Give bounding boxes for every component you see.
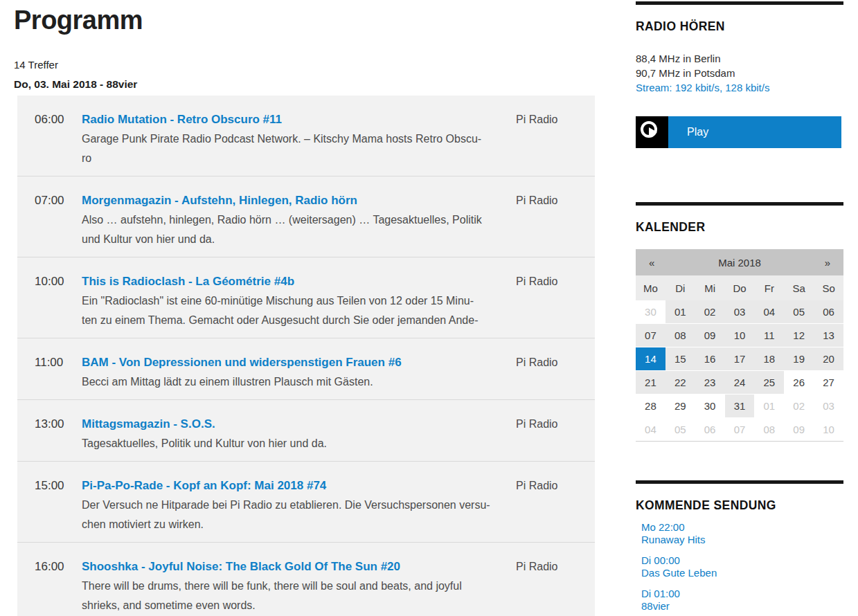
calendar-day: 01: [754, 395, 784, 417]
program-description: Der Versuch ne Hitparade bei Pi Radio zu…: [82, 496, 516, 534]
calendar-prev-button[interactable]: «: [636, 257, 668, 269]
calendar-day: 29: [665, 395, 695, 417]
program-row: 06:00 Radio Mutation - Retro Obscuro #11…: [17, 96, 595, 176]
upcoming-show-time-link[interactable]: Mo 22:00: [641, 521, 843, 534]
play-button[interactable]: Play: [636, 116, 841, 148]
upcoming-show: Mo 22:00 Runaway Hits: [636, 521, 843, 545]
calendar-day[interactable]: 14: [636, 347, 665, 370]
calendar-day[interactable]: 23: [695, 371, 725, 394]
program-row: 15:00 Pi-Pa-Po-Rade - Kopf an Kopf: Mai …: [17, 461, 595, 542]
calendar-day[interactable]: 19: [784, 347, 814, 370]
calendar-day[interactable]: 22: [665, 371, 695, 394]
program-title-link[interactable]: Shooshka - Joyful Noise: The Black Gold …: [82, 557, 516, 577]
calendar-day[interactable]: 20: [814, 347, 843, 370]
calendar-day: 27: [814, 371, 843, 394]
program-row-main: BAM - Von Depressionen und widerspenstig…: [82, 353, 516, 392]
program-station: Pi Radio: [516, 110, 557, 168]
calendar-grid: 30 01 02 03 04 05 06 07 08 09: [636, 300, 843, 442]
calendar-day: 30: [695, 395, 725, 417]
upcoming-show-name-link[interactable]: 88vier: [641, 600, 843, 613]
calendar-day: 04: [636, 418, 665, 441]
calendar-day[interactable]: 11: [754, 324, 784, 347]
section-divider-bar: [636, 480, 843, 484]
calendar-day[interactable]: 15: [665, 347, 695, 370]
calendar-day[interactable]: 07: [636, 324, 665, 347]
calendar-day: 09: [784, 418, 814, 441]
calendar-weekday-label: Fr: [754, 282, 784, 294]
section-divider-bar: [636, 1, 843, 5]
calendar-day: 10: [814, 418, 843, 441]
upcoming-show-time-link[interactable]: Di 01:00: [641, 588, 843, 600]
calendar-day[interactable]: 03: [725, 300, 755, 323]
calendar-day[interactable]: 16: [695, 347, 725, 370]
program-row: 10:00 This is Radioclash - La Géométrie …: [17, 257, 595, 338]
frequency-info: 88,4 MHz in Berlin 90,7 MHz in Potsdam S…: [636, 51, 843, 95]
program-time: 15:00: [35, 476, 82, 534]
calendar-day[interactable]: 08: [665, 324, 695, 347]
calendar-day[interactable]: 09: [695, 324, 725, 347]
program-station: Pi Radio: [516, 476, 557, 534]
program-time: 06:00: [35, 110, 82, 168]
radio-hoeren-heading: RADIO HÖREN: [636, 19, 843, 33]
calendar-day[interactable]: 18: [754, 347, 784, 370]
calendar-weekday-row: Mo Di Mi Do Fr Sa So: [636, 275, 843, 300]
program-row: 07:00 Morgenmagazin - Aufstehn, Hinlegen…: [17, 176, 595, 257]
calendar-day[interactable]: 31: [725, 395, 755, 417]
program-title-link[interactable]: Radio Mutation - Retro Obscuro #11: [82, 110, 516, 129]
program-description: Tagesaktuelles, Politik und Kultur von h…: [82, 434, 516, 453]
upcoming-show-name-link[interactable]: Das Gute Leben: [641, 567, 843, 579]
calendar-day: 05: [665, 418, 695, 441]
calendar-day[interactable]: 02: [695, 300, 725, 323]
program-row-main: This is Radioclash - La Géométrie #4b Ei…: [82, 272, 516, 330]
upcoming-show: Di 01:00 88vier: [636, 588, 843, 612]
program-station: Pi Radio: [516, 191, 557, 249]
calendar-day[interactable]: 10: [725, 324, 755, 347]
calendar-day: 30: [636, 300, 665, 323]
program-title-link[interactable]: Morgenmagazin - Aufstehn, Hinlegen, Radi…: [82, 191, 516, 210]
calendar-day[interactable]: 04: [754, 300, 784, 323]
calendar-day[interactable]: 13: [814, 324, 843, 347]
calendar-day: 06: [695, 418, 725, 441]
calendar-day[interactable]: 21: [636, 371, 665, 394]
program-title-link[interactable]: Mittagsmagazin - S.O.S.: [82, 415, 516, 434]
program-station: Pi Radio: [516, 557, 557, 615]
stream-192-link[interactable]: 192 kbit/s: [675, 82, 720, 93]
play-circle-ring: [641, 121, 657, 138]
stream-128-link[interactable]: 128 kbit/s: [725, 82, 769, 93]
kommende-sendung-heading: KOMMENDE SENDUNG: [636, 498, 843, 512]
program-title-link[interactable]: Pi-Pa-Po-Rade - Kopf an Kopf: Mai 2018 #…: [82, 476, 516, 496]
calendar-day[interactable]: 05: [784, 300, 814, 323]
calendar-day: 08: [754, 418, 784, 441]
page: Programm 14 Treffer Do, 03. Mai 2018 - 8…: [0, 0, 858, 616]
calendar-day[interactable]: 01: [665, 300, 695, 323]
program-row: 16:00 Shooshka - Joyful Noise: The Black…: [17, 542, 595, 616]
calendar-day[interactable]: 12: [784, 324, 814, 347]
calendar-day: 28: [636, 395, 665, 417]
program-list: 06:00 Radio Mutation - Retro Obscuro #11…: [17, 96, 595, 616]
calendar: « Mai 2018 » Mo Di Mi Do Fr Sa: [636, 249, 843, 442]
upcoming-show-time-link[interactable]: Di 00:00: [641, 554, 843, 567]
calendar-weekday-label: Mi: [695, 282, 725, 294]
calendar-weekday-label: Di: [665, 282, 695, 294]
results-count: 14 Treffer: [14, 60, 599, 71]
calendar-weekday-label: Do: [725, 282, 755, 294]
calendar-day[interactable]: 17: [725, 347, 755, 370]
calendar-month-label: Mai 2018: [668, 257, 812, 269]
program-title-link[interactable]: This is Radioclash - La Géométrie #4b: [82, 272, 516, 291]
calendar-day[interactable]: 25: [754, 371, 784, 394]
upcoming-show-name-link[interactable]: Runaway Hits: [641, 534, 843, 546]
calendar-day: 02: [784, 395, 814, 417]
day-heading: Do, 03. Mai 2018 - 88vier: [14, 79, 599, 90]
program-row-main: Morgenmagazin - Aufstehn, Hinlegen, Radi…: [82, 191, 516, 249]
upcoming-show: Di 00:00 Das Gute Leben: [636, 554, 843, 579]
program-description: Garage Punk Pirate Radio Podcast Network…: [82, 129, 516, 168]
program-title-link[interactable]: BAM - Von Depressionen und widerspenstig…: [82, 353, 516, 372]
sidebar: RADIO HÖREN 88,4 MHz in Berlin 90,7 MHz …: [636, 0, 843, 612]
kalender-heading: KALENDER: [636, 220, 843, 234]
calendar-weekday-label: So: [814, 282, 843, 294]
play-button-label: Play: [668, 116, 841, 148]
calendar-day[interactable]: 06: [814, 300, 843, 323]
calendar-day[interactable]: 24: [725, 371, 755, 394]
calendar-next-button[interactable]: »: [812, 257, 843, 269]
upcoming-shows-list: Mo 22:00 Runaway Hits Di 00:00 Das Gute …: [636, 521, 843, 612]
